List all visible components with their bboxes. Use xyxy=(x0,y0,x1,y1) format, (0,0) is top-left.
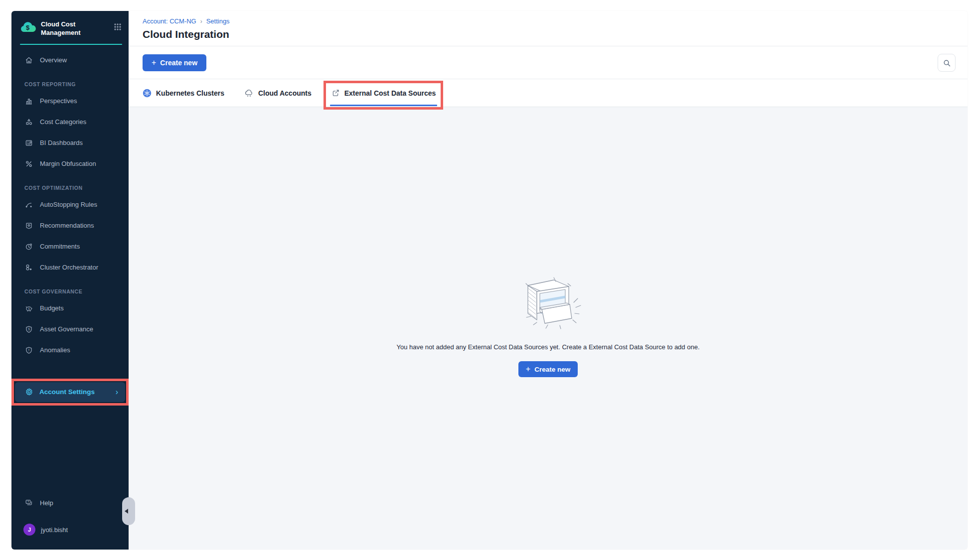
module-grid-icon[interactable] xyxy=(114,23,122,31)
sidebar-item-label: Commitments xyxy=(40,243,80,250)
sidebar-item-account-settings[interactable]: Account Settings › xyxy=(15,382,125,402)
svg-text:!: ! xyxy=(28,348,29,352)
tab-external-cost-data-sources[interactable]: External Cost Data Sources xyxy=(331,87,436,99)
breadcrumb-settings-link[interactable]: Settings xyxy=(206,17,230,25)
external-link-icon xyxy=(331,89,340,97)
user-avatar: J xyxy=(23,524,35,536)
piggy-bank-icon: $ xyxy=(24,304,33,313)
section-label-cost-optimization: COST OPTIMIZATION xyxy=(11,185,129,191)
sidebar-item-cost-categories[interactable]: Cost Categories xyxy=(11,112,129,133)
sidebar-item-label: Cost Categories xyxy=(40,118,86,126)
brand-title: Cloud Cost Management xyxy=(41,19,114,37)
annotation-box-account-settings: Account Settings › xyxy=(11,379,129,406)
page-header: Account: CCM-NG › Settings Cloud Integra… xyxy=(129,11,968,46)
content-area: You have not added any External Cost Dat… xyxy=(129,107,968,550)
app-window: $ Cloud Cost Management xyxy=(11,11,968,550)
sidebar-item-asset-governance[interactable]: $ Asset Governance xyxy=(11,319,129,340)
collapse-left-icon xyxy=(125,509,128,514)
sidebar-item-label: Help xyxy=(40,499,53,507)
breadcrumb-separator-icon: › xyxy=(200,18,202,25)
user-name: jyoti.bisht xyxy=(41,526,68,534)
tab-cloud-accounts[interactable]: Cloud Accounts xyxy=(244,87,312,99)
account-settings-wrap: Account Settings › xyxy=(11,379,129,406)
sidebar-item-label: Cluster Orchestrator xyxy=(40,264,98,271)
sidebar-item-label: Recommendations xyxy=(40,222,94,229)
shapes-icon xyxy=(24,118,33,127)
autostopping-curve-icon xyxy=(24,200,33,209)
bar-chart-icon xyxy=(24,97,33,106)
shield-dollar-icon: $ xyxy=(24,325,33,334)
sidebar-item-commitments[interactable]: Commitments xyxy=(11,236,129,257)
sidebar-item-overview[interactable]: Overview xyxy=(11,50,129,71)
screenshot-stage: $ Cloud Cost Management xyxy=(0,0,973,560)
tab-kubernetes-clusters[interactable]: Kubernetes Clusters xyxy=(143,87,224,99)
plus-icon: + xyxy=(152,59,156,67)
sidebar-item-help[interactable]: ? Help xyxy=(11,492,129,514)
sidebar-item-budgets[interactable]: $ Budgets xyxy=(11,298,129,319)
sidebar-header: $ Cloud Cost Management xyxy=(11,11,129,37)
plus-icon: + xyxy=(526,365,530,373)
clock-refresh-icon xyxy=(24,242,33,251)
sidebar-item-cluster-orchestrator[interactable]: Cluster Orchestrator xyxy=(11,257,129,278)
sidebar-item-label: Budgets xyxy=(40,304,64,312)
sidebar-spacer xyxy=(11,406,129,492)
empty-state-actions: + Create new xyxy=(518,361,578,377)
section-label-cost-reporting: COST REPORTING xyxy=(11,81,129,87)
svg-text:$: $ xyxy=(28,327,30,331)
empty-create-new-button[interactable]: + Create new xyxy=(518,361,578,377)
cloud-icon xyxy=(244,89,254,97)
sidebar-item-user[interactable]: J jyoti.bisht xyxy=(11,518,129,542)
sidebar-item-label: Margin Obfuscation xyxy=(40,160,96,167)
page-title: Cloud Integration xyxy=(143,28,954,40)
tab-label: Kubernetes Clusters xyxy=(156,89,224,97)
main-area: Account: CCM-NG › Settings Cloud Integra… xyxy=(129,11,968,550)
sidebar-item-label: Anomalies xyxy=(40,346,70,354)
tag-diamond-icon xyxy=(24,221,33,230)
search-icon xyxy=(943,59,951,67)
sidebar-item-label: AutoStopping Rules xyxy=(40,201,97,208)
sidebar-item-margin-obfuscation[interactable]: Margin Obfuscation xyxy=(11,153,129,174)
sidebar-item-label: BI Dashboards xyxy=(40,139,83,146)
empty-drawer-illustration xyxy=(511,273,586,330)
create-new-button[interactable]: + Create new xyxy=(143,54,206,71)
active-tab-underline xyxy=(330,105,438,106)
sidebar-collapse-handle[interactable] xyxy=(122,497,135,525)
sidebar-item-label: Asset Governance xyxy=(40,325,93,333)
kubernetes-icon xyxy=(143,89,152,98)
search-button[interactable] xyxy=(938,54,956,72)
cluster-gear-icon xyxy=(24,263,33,272)
sidebar-item-anomalies[interactable]: ! Anomalies xyxy=(11,340,129,361)
sidebar-item-label: Account Settings xyxy=(39,388,95,396)
tab-bar: Kubernetes Clusters Cloud Accounts Exter… xyxy=(129,79,968,107)
create-new-label: Create new xyxy=(160,59,197,67)
sidebar-item-recommendations[interactable]: Recommendations xyxy=(11,215,129,236)
empty-state-message: You have not added any External Cost Dat… xyxy=(397,343,700,351)
percent-icon xyxy=(24,159,33,168)
sidebar-item-label: Perspectives xyxy=(40,97,77,105)
tab-label: External Cost Data Sources xyxy=(344,89,436,97)
svg-text:$: $ xyxy=(26,24,30,31)
toolbar: + Create new xyxy=(129,46,968,79)
home-icon xyxy=(24,56,33,65)
sidebar: $ Cloud Cost Management xyxy=(11,11,129,550)
sidebar-item-label: Overview xyxy=(40,56,67,64)
sidebar-bottom: ? Help J jyoti.bisht xyxy=(11,492,129,550)
shield-alert-icon: ! xyxy=(24,346,33,355)
sidebar-item-autostopping-rules[interactable]: AutoStopping Rules xyxy=(11,194,129,215)
sidebar-item-bi-dashboards[interactable]: BI Dashboards xyxy=(11,133,129,153)
sidebar-nav: Overview COST REPORTING Perspectives Cos… xyxy=(11,45,129,361)
ccm-cloud-dollar-logo-icon: $ xyxy=(20,20,36,35)
svg-text:$: $ xyxy=(28,307,30,310)
create-new-label: Create new xyxy=(534,366,570,373)
breadcrumb: Account: CCM-NG › Settings xyxy=(143,17,954,25)
dashboard-image-icon xyxy=(24,139,33,147)
sidebar-item-perspectives[interactable]: Perspectives xyxy=(11,91,129,112)
section-label-cost-governance: COST GOVERNANCE xyxy=(11,288,129,294)
tab-label: Cloud Accounts xyxy=(258,89,312,97)
svg-text:?: ? xyxy=(27,500,29,503)
chevron-right-icon: › xyxy=(116,388,118,396)
help-chat-icon: ? xyxy=(24,498,33,507)
breadcrumb-account-link[interactable]: Account: CCM-NG xyxy=(143,17,196,25)
gear-icon xyxy=(24,387,34,397)
